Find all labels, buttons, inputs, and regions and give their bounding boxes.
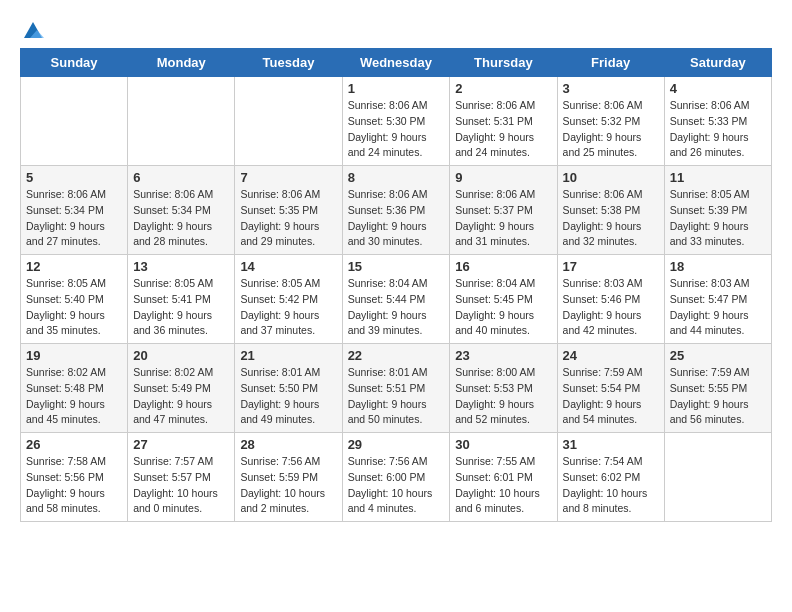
calendar-cell: 26Sunrise: 7:58 AM Sunset: 5:56 PM Dayli… bbox=[21, 433, 128, 522]
day-info: Sunrise: 8:06 AM Sunset: 5:38 PM Dayligh… bbox=[563, 187, 659, 250]
calendar-cell: 12Sunrise: 8:05 AM Sunset: 5:40 PM Dayli… bbox=[21, 255, 128, 344]
calendar-cell: 2Sunrise: 8:06 AM Sunset: 5:31 PM Daylig… bbox=[450, 77, 557, 166]
calendar-cell: 5Sunrise: 8:06 AM Sunset: 5:34 PM Daylig… bbox=[21, 166, 128, 255]
calendar-cell: 7Sunrise: 8:06 AM Sunset: 5:35 PM Daylig… bbox=[235, 166, 342, 255]
day-info: Sunrise: 7:59 AM Sunset: 5:55 PM Dayligh… bbox=[670, 365, 766, 428]
weekday-header-saturday: Saturday bbox=[664, 49, 771, 77]
calendar-cell: 31Sunrise: 7:54 AM Sunset: 6:02 PM Dayli… bbox=[557, 433, 664, 522]
weekday-header-wednesday: Wednesday bbox=[342, 49, 450, 77]
day-number: 4 bbox=[670, 81, 766, 96]
day-number: 18 bbox=[670, 259, 766, 274]
calendar-cell: 27Sunrise: 7:57 AM Sunset: 5:57 PM Dayli… bbox=[128, 433, 235, 522]
calendar-cell: 20Sunrise: 8:02 AM Sunset: 5:49 PM Dayli… bbox=[128, 344, 235, 433]
day-number: 2 bbox=[455, 81, 551, 96]
calendar-cell: 30Sunrise: 7:55 AM Sunset: 6:01 PM Dayli… bbox=[450, 433, 557, 522]
day-info: Sunrise: 8:00 AM Sunset: 5:53 PM Dayligh… bbox=[455, 365, 551, 428]
day-number: 19 bbox=[26, 348, 122, 363]
calendar-cell: 22Sunrise: 8:01 AM Sunset: 5:51 PM Dayli… bbox=[342, 344, 450, 433]
calendar-week-3: 12Sunrise: 8:05 AM Sunset: 5:40 PM Dayli… bbox=[21, 255, 772, 344]
day-number: 25 bbox=[670, 348, 766, 363]
day-number: 12 bbox=[26, 259, 122, 274]
calendar-cell: 29Sunrise: 7:56 AM Sunset: 6:00 PM Dayli… bbox=[342, 433, 450, 522]
calendar-cell: 6Sunrise: 8:06 AM Sunset: 5:34 PM Daylig… bbox=[128, 166, 235, 255]
logo bbox=[20, 20, 46, 38]
day-info: Sunrise: 8:04 AM Sunset: 5:45 PM Dayligh… bbox=[455, 276, 551, 339]
day-info: Sunrise: 8:02 AM Sunset: 5:48 PM Dayligh… bbox=[26, 365, 122, 428]
calendar-cell: 8Sunrise: 8:06 AM Sunset: 5:36 PM Daylig… bbox=[342, 166, 450, 255]
day-number: 17 bbox=[563, 259, 659, 274]
calendar-cell: 11Sunrise: 8:05 AM Sunset: 5:39 PM Dayli… bbox=[664, 166, 771, 255]
day-info: Sunrise: 8:05 AM Sunset: 5:39 PM Dayligh… bbox=[670, 187, 766, 250]
day-info: Sunrise: 8:04 AM Sunset: 5:44 PM Dayligh… bbox=[348, 276, 445, 339]
day-info: Sunrise: 8:05 AM Sunset: 5:40 PM Dayligh… bbox=[26, 276, 122, 339]
calendar-table: SundayMondayTuesdayWednesdayThursdayFrid… bbox=[20, 48, 772, 522]
day-number: 11 bbox=[670, 170, 766, 185]
calendar-cell: 10Sunrise: 8:06 AM Sunset: 5:38 PM Dayli… bbox=[557, 166, 664, 255]
day-number: 8 bbox=[348, 170, 445, 185]
day-number: 21 bbox=[240, 348, 336, 363]
calendar-cell: 21Sunrise: 8:01 AM Sunset: 5:50 PM Dayli… bbox=[235, 344, 342, 433]
day-number: 5 bbox=[26, 170, 122, 185]
weekday-header-friday: Friday bbox=[557, 49, 664, 77]
calendar-cell: 25Sunrise: 7:59 AM Sunset: 5:55 PM Dayli… bbox=[664, 344, 771, 433]
day-info: Sunrise: 7:57 AM Sunset: 5:57 PM Dayligh… bbox=[133, 454, 229, 517]
day-info: Sunrise: 7:56 AM Sunset: 6:00 PM Dayligh… bbox=[348, 454, 445, 517]
day-number: 24 bbox=[563, 348, 659, 363]
day-number: 31 bbox=[563, 437, 659, 452]
day-number: 20 bbox=[133, 348, 229, 363]
calendar-cell: 3Sunrise: 8:06 AM Sunset: 5:32 PM Daylig… bbox=[557, 77, 664, 166]
day-info: Sunrise: 8:03 AM Sunset: 5:46 PM Dayligh… bbox=[563, 276, 659, 339]
calendar-week-2: 5Sunrise: 8:06 AM Sunset: 5:34 PM Daylig… bbox=[21, 166, 772, 255]
day-info: Sunrise: 8:01 AM Sunset: 5:50 PM Dayligh… bbox=[240, 365, 336, 428]
page-header bbox=[20, 20, 772, 38]
day-info: Sunrise: 8:06 AM Sunset: 5:30 PM Dayligh… bbox=[348, 98, 445, 161]
day-info: Sunrise: 8:06 AM Sunset: 5:31 PM Dayligh… bbox=[455, 98, 551, 161]
calendar-cell: 14Sunrise: 8:05 AM Sunset: 5:42 PM Dayli… bbox=[235, 255, 342, 344]
day-info: Sunrise: 8:01 AM Sunset: 5:51 PM Dayligh… bbox=[348, 365, 445, 428]
day-number: 9 bbox=[455, 170, 551, 185]
day-number: 22 bbox=[348, 348, 445, 363]
weekday-header-thursday: Thursday bbox=[450, 49, 557, 77]
calendar-cell: 28Sunrise: 7:56 AM Sunset: 5:59 PM Dayli… bbox=[235, 433, 342, 522]
day-number: 6 bbox=[133, 170, 229, 185]
calendar-cell: 23Sunrise: 8:00 AM Sunset: 5:53 PM Dayli… bbox=[450, 344, 557, 433]
weekday-header-row: SundayMondayTuesdayWednesdayThursdayFrid… bbox=[21, 49, 772, 77]
calendar-cell: 1Sunrise: 8:06 AM Sunset: 5:30 PM Daylig… bbox=[342, 77, 450, 166]
calendar-week-1: 1Sunrise: 8:06 AM Sunset: 5:30 PM Daylig… bbox=[21, 77, 772, 166]
day-info: Sunrise: 7:59 AM Sunset: 5:54 PM Dayligh… bbox=[563, 365, 659, 428]
day-info: Sunrise: 7:58 AM Sunset: 5:56 PM Dayligh… bbox=[26, 454, 122, 517]
day-info: Sunrise: 8:05 AM Sunset: 5:41 PM Dayligh… bbox=[133, 276, 229, 339]
calendar-week-4: 19Sunrise: 8:02 AM Sunset: 5:48 PM Dayli… bbox=[21, 344, 772, 433]
day-number: 3 bbox=[563, 81, 659, 96]
day-number: 13 bbox=[133, 259, 229, 274]
day-info: Sunrise: 8:06 AM Sunset: 5:36 PM Dayligh… bbox=[348, 187, 445, 250]
day-number: 14 bbox=[240, 259, 336, 274]
day-number: 1 bbox=[348, 81, 445, 96]
calendar-cell bbox=[21, 77, 128, 166]
day-number: 23 bbox=[455, 348, 551, 363]
day-number: 26 bbox=[26, 437, 122, 452]
day-number: 15 bbox=[348, 259, 445, 274]
day-info: Sunrise: 8:05 AM Sunset: 5:42 PM Dayligh… bbox=[240, 276, 336, 339]
day-info: Sunrise: 8:06 AM Sunset: 5:32 PM Dayligh… bbox=[563, 98, 659, 161]
day-number: 27 bbox=[133, 437, 229, 452]
logo-icon bbox=[22, 20, 44, 42]
day-number: 16 bbox=[455, 259, 551, 274]
day-info: Sunrise: 7:56 AM Sunset: 5:59 PM Dayligh… bbox=[240, 454, 336, 517]
calendar-cell: 4Sunrise: 8:06 AM Sunset: 5:33 PM Daylig… bbox=[664, 77, 771, 166]
calendar-cell: 13Sunrise: 8:05 AM Sunset: 5:41 PM Dayli… bbox=[128, 255, 235, 344]
calendar-cell: 9Sunrise: 8:06 AM Sunset: 5:37 PM Daylig… bbox=[450, 166, 557, 255]
day-info: Sunrise: 8:02 AM Sunset: 5:49 PM Dayligh… bbox=[133, 365, 229, 428]
day-info: Sunrise: 7:55 AM Sunset: 6:01 PM Dayligh… bbox=[455, 454, 551, 517]
day-info: Sunrise: 8:06 AM Sunset: 5:33 PM Dayligh… bbox=[670, 98, 766, 161]
day-number: 28 bbox=[240, 437, 336, 452]
calendar-cell bbox=[664, 433, 771, 522]
calendar-cell: 19Sunrise: 8:02 AM Sunset: 5:48 PM Dayli… bbox=[21, 344, 128, 433]
calendar-cell: 15Sunrise: 8:04 AM Sunset: 5:44 PM Dayli… bbox=[342, 255, 450, 344]
calendar-cell: 24Sunrise: 7:59 AM Sunset: 5:54 PM Dayli… bbox=[557, 344, 664, 433]
day-info: Sunrise: 8:06 AM Sunset: 5:35 PM Dayligh… bbox=[240, 187, 336, 250]
calendar-cell bbox=[235, 77, 342, 166]
day-number: 29 bbox=[348, 437, 445, 452]
day-number: 30 bbox=[455, 437, 551, 452]
weekday-header-monday: Monday bbox=[128, 49, 235, 77]
